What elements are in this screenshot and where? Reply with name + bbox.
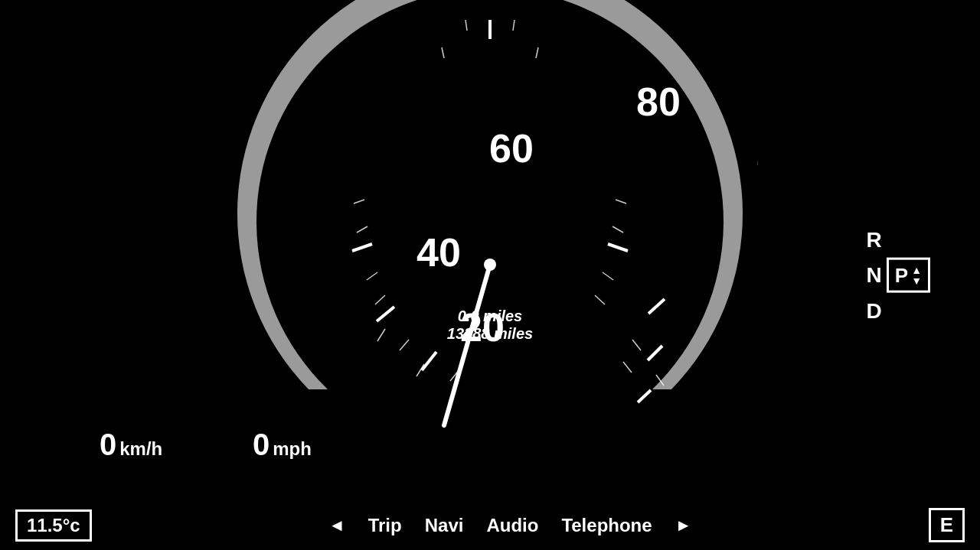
speed-kmh-display: 0 km/h: [100, 428, 162, 462]
svg-line-14: [367, 272, 377, 280]
svg-line-2: [377, 307, 394, 321]
svg-line-20: [536, 47, 538, 58]
gear-p-arrows: ▲ ▼: [911, 264, 922, 285]
nav-menu: ◄ Trip Navi Audio Telephone ►: [328, 515, 692, 536]
gear-p-selected: P ▲ ▼: [887, 257, 930, 292]
svg-line-7: [648, 346, 662, 360]
svg-line-16: [354, 200, 364, 203]
gear-r: R: [867, 224, 930, 254]
bottom-bar: 11.5°c ◄ Trip Navi Audio Telephone ► E: [0, 500, 980, 550]
gear-n-row: N P ▲ ▼: [867, 257, 930, 292]
nav-item-telephone[interactable]: Telephone: [561, 515, 652, 536]
speed-kmh-value: 0: [100, 428, 116, 462]
nav-item-audio[interactable]: Audio: [486, 515, 538, 536]
trip-display: 0.0 miles: [447, 308, 533, 325]
svg-line-12: [377, 329, 385, 341]
speed-mph-display: 0 mph: [253, 428, 312, 462]
svg-line-25: [632, 340, 641, 350]
svg-line-18: [466, 20, 467, 31]
arrow-up: ▲: [911, 264, 922, 275]
svg-line-11: [400, 340, 409, 350]
nav-item-navi[interactable]: Navi: [425, 515, 464, 536]
gear-n: N: [867, 260, 882, 290]
gear-indicator: R N P ▲ ▼ D: [867, 224, 930, 326]
svg-line-21: [616, 200, 626, 203]
svg-line-8: [638, 390, 651, 402]
needle-center: [484, 259, 496, 271]
speed-label-100: 100: [756, 129, 758, 174]
speed-mph-unit: mph: [273, 438, 312, 460]
svg-line-24: [595, 295, 605, 304]
speed-label-80: 80: [636, 80, 681, 124]
svg-line-5: [608, 244, 628, 251]
svg-line-22: [612, 226, 623, 233]
nav-item-trip[interactable]: Trip: [368, 515, 402, 536]
center-readings: 0.0 miles 13388 miles: [447, 308, 533, 343]
gear-d: D: [867, 296, 930, 326]
nav-arrow-left[interactable]: ◄: [328, 516, 345, 535]
arrow-down: ▼: [911, 275, 922, 285]
speed-label-40: 40: [416, 230, 461, 275]
speed-label-60: 60: [489, 126, 534, 171]
svg-line-1: [422, 352, 436, 370]
svg-line-23: [603, 272, 613, 280]
svg-line-13: [375, 295, 385, 304]
dashboard: 20 40 60 80 100 120 140 160 0.0 miles 13…: [0, 0, 980, 550]
svg-line-26: [623, 362, 632, 373]
svg-line-3: [352, 244, 372, 251]
svg-line-6: [648, 299, 665, 314]
gear-p-label: P: [895, 261, 908, 288]
temperature-display: 11.5°c: [15, 509, 92, 542]
svg-line-15: [357, 226, 368, 233]
svg-line-17: [442, 47, 444, 58]
speed-kmh-unit: km/h: [119, 438, 162, 460]
speed-mph-value: 0: [253, 428, 270, 462]
e-indicator: E: [929, 508, 965, 542]
odometer-display: 13388 miles: [447, 325, 533, 343]
svg-line-19: [513, 20, 514, 31]
nav-arrow-right[interactable]: ►: [675, 516, 692, 535]
